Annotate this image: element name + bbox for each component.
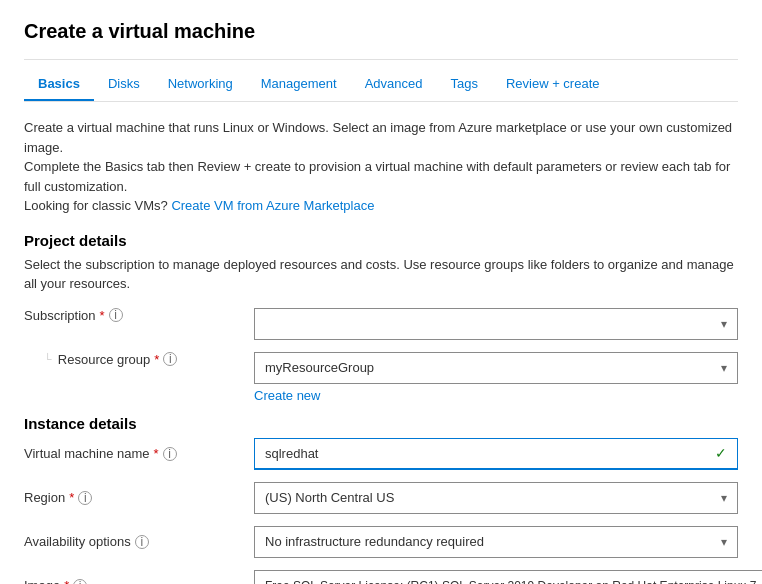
tab-management[interactable]: Management	[247, 68, 351, 101]
region-dropdown[interactable]: (US) North Central US ▾	[254, 482, 738, 514]
resource-group-info-icon: i	[163, 352, 177, 366]
tab-basics[interactable]: Basics	[24, 68, 94, 101]
region-required: *	[69, 490, 74, 505]
vm-name-row: Virtual machine name * i sqlredhat ✓	[24, 438, 738, 470]
subscription-chevron-icon: ▾	[721, 317, 727, 331]
availability-label: Availability options	[24, 534, 131, 549]
tab-disks[interactable]: Disks	[94, 68, 154, 101]
classic-vm-text: Looking for classic VMs?	[24, 198, 168, 213]
vm-name-label-col: Virtual machine name * i	[24, 446, 254, 461]
page-title: Create a virtual machine	[24, 20, 738, 60]
vm-name-label: Virtual machine name	[24, 446, 150, 461]
tab-tags[interactable]: Tags	[436, 68, 491, 101]
tabs-bar: Basics Disks Networking Management Advan…	[24, 60, 738, 102]
region-label-col: Region * i	[24, 490, 254, 505]
indent-icon: └	[44, 353, 52, 365]
description-line1: Create a virtual machine that runs Linux…	[24, 118, 738, 157]
tab-networking[interactable]: Networking	[154, 68, 247, 101]
region-row: Region * i (US) North Central US ▾	[24, 482, 738, 514]
region-value: (US) North Central US	[265, 490, 394, 505]
project-details-title: Project details	[24, 232, 738, 249]
subscription-info-icon: i	[109, 308, 123, 322]
image-value: Free SQL Server License: (RC1) SQL Serve…	[265, 579, 762, 585]
availability-label-col: Availability options i	[24, 534, 254, 549]
region-control: (US) North Central US ▾	[254, 482, 738, 514]
availability-value: No infrastructure redundancy required	[265, 534, 484, 549]
subscription-dropdown[interactable]: ▾	[254, 308, 738, 340]
resource-group-label: Resource group	[58, 352, 151, 367]
vm-name-input[interactable]: sqlredhat ✓	[254, 438, 738, 470]
resource-group-required: *	[154, 352, 159, 367]
tab-advanced[interactable]: Advanced	[351, 68, 437, 101]
description-block: Create a virtual machine that runs Linux…	[24, 118, 738, 216]
project-details-desc: Select the subscription to manage deploy…	[24, 255, 738, 294]
image-row: Image * i Free SQL Server License: (RC1)…	[24, 570, 738, 585]
resource-group-row: └ Resource group * i myResourceGroup ▾ C…	[24, 352, 738, 403]
availability-chevron-icon: ▾	[721, 535, 727, 549]
subscription-label-col: Subscription * i	[24, 308, 254, 323]
vm-name-value: sqlredhat	[265, 446, 318, 461]
region-info-icon: i	[78, 491, 92, 505]
region-chevron-icon: ▾	[721, 491, 727, 505]
resource-group-value: myResourceGroup	[265, 360, 374, 375]
tab-review-create[interactable]: Review + create	[492, 68, 614, 101]
availability-control: No infrastructure redundancy required ▾	[254, 526, 738, 558]
vm-name-valid-icon: ✓	[715, 445, 727, 461]
image-required: *	[64, 578, 69, 584]
create-new-link[interactable]: Create new	[254, 388, 738, 403]
availability-row: Availability options i No infrastructure…	[24, 526, 738, 558]
vm-name-control: sqlredhat ✓	[254, 438, 738, 470]
project-details-section: Project details Select the subscription …	[24, 232, 738, 403]
region-label: Region	[24, 490, 65, 505]
subscription-row: Subscription * i ▾	[24, 308, 738, 340]
resource-group-label-col: └ Resource group * i	[24, 352, 254, 367]
description-line2: Complete the Basics tab then Review + cr…	[24, 157, 738, 196]
description-line3: Looking for classic VMs? Create VM from …	[24, 196, 738, 216]
resource-group-chevron-icon: ▾	[721, 361, 727, 375]
subscription-label: Subscription	[24, 308, 96, 323]
subscription-required: *	[100, 308, 105, 323]
availability-info-icon: i	[135, 535, 149, 549]
instance-details-section: Instance details Virtual machine name * …	[24, 415, 738, 585]
create-vm-marketplace-link[interactable]: Create VM from Azure Marketplace	[171, 198, 374, 213]
image-label-col: Image * i	[24, 578, 254, 584]
resource-group-control: myResourceGroup ▾ Create new	[254, 352, 738, 403]
subscription-control: ▾	[254, 308, 738, 340]
resource-group-dropdown[interactable]: myResourceGroup ▾	[254, 352, 738, 384]
vm-name-info-icon: i	[163, 447, 177, 461]
image-info-icon: i	[73, 579, 87, 585]
instance-details-title: Instance details	[24, 415, 738, 432]
vm-name-required: *	[154, 446, 159, 461]
image-control: Free SQL Server License: (RC1) SQL Serve…	[254, 570, 762, 585]
image-label: Image	[24, 578, 60, 584]
availability-dropdown[interactable]: No infrastructure redundancy required ▾	[254, 526, 738, 558]
image-dropdown[interactable]: Free SQL Server License: (RC1) SQL Serve…	[254, 570, 762, 585]
